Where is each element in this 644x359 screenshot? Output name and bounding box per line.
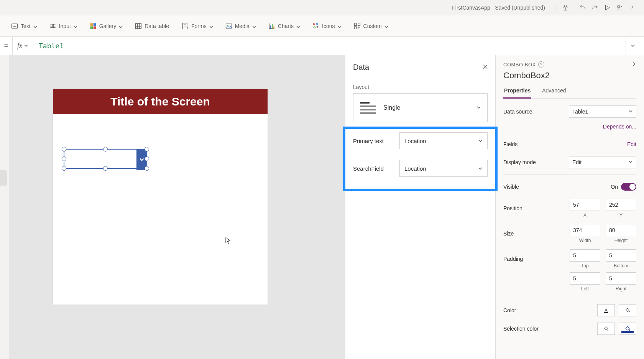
redo-icon[interactable] bbox=[589, 2, 601, 14]
ribbon-icons[interactable]: Icons bbox=[310, 20, 342, 32]
position-y-input[interactable]: 252 bbox=[606, 199, 636, 211]
data-source-select[interactable]: Table1 bbox=[569, 105, 636, 118]
svg-point-13 bbox=[313, 23, 314, 25]
ribbon-gallery[interactable]: Gallery bbox=[88, 20, 124, 32]
icons-icon bbox=[312, 22, 320, 30]
padding-left-value: 5 bbox=[573, 275, 576, 282]
screen: Title of the Screen bbox=[53, 89, 268, 305]
chevron-down-icon bbox=[73, 24, 77, 28]
search-field-label: SearchField bbox=[353, 165, 384, 172]
tab-advanced[interactable]: Advanced bbox=[541, 85, 567, 98]
svg-rect-5 bbox=[94, 26, 96, 29]
share-icon[interactable] bbox=[613, 2, 626, 14]
chevron-down-icon bbox=[33, 24, 37, 28]
font-color-chip[interactable] bbox=[597, 304, 615, 316]
size-label: Size bbox=[503, 231, 570, 237]
display-mode-select[interactable]: Edit bbox=[569, 156, 636, 168]
width-sub: Width bbox=[579, 238, 591, 243]
combobox-control[interactable] bbox=[64, 149, 147, 169]
input-icon bbox=[49, 22, 57, 30]
app-name: FirstCanvasApp - Saved (Unpublished) bbox=[452, 5, 545, 11]
resize-handle[interactable] bbox=[145, 156, 149, 161]
display-mode-value: Edit bbox=[572, 159, 582, 165]
media-icon bbox=[225, 22, 233, 30]
chevron-down-icon bbox=[478, 165, 483, 172]
tab-properties[interactable]: Properties bbox=[503, 85, 531, 99]
resize-handle[interactable] bbox=[62, 166, 66, 171]
chevron-down-icon bbox=[118, 24, 122, 28]
padding-right-input[interactable]: 5 bbox=[606, 272, 636, 285]
height-sub: Height bbox=[614, 238, 628, 243]
chevron-right-icon[interactable] bbox=[632, 62, 636, 68]
selection-fill-color-chip[interactable] bbox=[619, 323, 636, 335]
help-icon[interactable] bbox=[626, 2, 638, 14]
data-panel: Data Layout Single Primary text Location… bbox=[345, 55, 495, 359]
title-bar: FirstCanvasApp - Saved (Unpublished) bbox=[0, 0, 644, 15]
control-type-label: COMBO BOX bbox=[503, 62, 536, 68]
chevron-down-icon bbox=[337, 24, 341, 28]
chevron-down-icon bbox=[478, 138, 483, 144]
layout-label: Layout bbox=[353, 84, 488, 90]
search-field-dropdown[interactable]: Location bbox=[399, 160, 488, 177]
ribbon-text[interactable]: Text bbox=[9, 20, 38, 32]
chevron-down-icon bbox=[628, 159, 633, 165]
padding-bottom-input[interactable]: 5 bbox=[606, 249, 636, 262]
properties-tabs: Properties Advanced bbox=[503, 85, 636, 99]
tree-collapse-handle[interactable] bbox=[0, 170, 7, 186]
svg-rect-3 bbox=[94, 23, 96, 26]
size-height-input[interactable]: 80 bbox=[606, 224, 636, 236]
ribbon-media[interactable]: Media bbox=[223, 20, 257, 32]
play-icon[interactable] bbox=[601, 2, 613, 14]
svg-rect-14 bbox=[316, 23, 317, 25]
position-label: Position bbox=[503, 205, 570, 211]
layout-selector[interactable]: Single bbox=[353, 93, 488, 122]
svg-rect-2 bbox=[90, 23, 93, 26]
ribbon-data-table[interactable]: Data table bbox=[133, 20, 171, 32]
position-x-input[interactable]: 57 bbox=[570, 199, 600, 211]
svg-rect-17 bbox=[354, 26, 356, 29]
position-y-value: 252 bbox=[609, 202, 618, 208]
canvas[interactable]: Title of the Screen bbox=[9, 55, 345, 359]
resize-handle[interactable] bbox=[145, 166, 149, 171]
fields-edit-link[interactable]: Edit bbox=[627, 141, 636, 147]
selection-fill-chip[interactable] bbox=[597, 323, 615, 335]
resize-handle[interactable] bbox=[62, 147, 66, 152]
padding-top-input[interactable]: 5 bbox=[570, 249, 600, 262]
left-gutter bbox=[0, 55, 9, 359]
depends-on-link[interactable]: Depends on... bbox=[603, 124, 636, 130]
right-sub: Right bbox=[616, 286, 626, 291]
padding-left-input[interactable]: 5 bbox=[570, 272, 600, 285]
svg-rect-6 bbox=[136, 23, 141, 28]
undo-icon[interactable] bbox=[577, 2, 589, 14]
fx-dropdown[interactable]: fx bbox=[12, 37, 33, 55]
chevron-down-icon bbox=[628, 109, 633, 115]
ribbon-custom[interactable]: Custom bbox=[352, 20, 389, 32]
primary-text-dropdown[interactable]: Location bbox=[399, 132, 488, 149]
properties-panel: COMBO BOX ? ComboBox2 Properties Advance… bbox=[495, 55, 644, 359]
ribbon-input[interactable]: Input bbox=[48, 20, 79, 32]
data-table-icon bbox=[135, 22, 142, 30]
screen-title: Title of the Screen bbox=[53, 89, 268, 114]
resize-handle[interactable] bbox=[145, 147, 149, 152]
svg-rect-15 bbox=[354, 23, 356, 25]
cursor-icon bbox=[225, 237, 231, 244]
resize-handle[interactable] bbox=[103, 147, 108, 152]
svg-rect-18 bbox=[604, 312, 608, 313]
formula-bar: = fx bbox=[0, 37, 644, 55]
size-width-input[interactable]: 374 bbox=[570, 224, 600, 236]
fill-color-chip[interactable] bbox=[619, 304, 636, 316]
ribbon-charts[interactable]: Charts bbox=[266, 20, 301, 32]
bottom-sub: Bottom bbox=[614, 263, 628, 268]
search-field-row: SearchField Location bbox=[353, 160, 488, 177]
help-tip-icon[interactable]: ? bbox=[538, 61, 544, 68]
resize-handle[interactable] bbox=[62, 156, 66, 161]
close-icon[interactable] bbox=[481, 62, 490, 71]
visible-toggle[interactable]: On bbox=[611, 183, 636, 191]
formula-input[interactable] bbox=[33, 37, 626, 55]
chevron-down-icon bbox=[209, 24, 213, 28]
ribbon-forms[interactable]: Forms bbox=[180, 20, 214, 32]
formula-expand[interactable] bbox=[626, 37, 639, 55]
app-checker-icon[interactable] bbox=[559, 2, 572, 14]
svg-rect-8 bbox=[226, 24, 232, 28]
resize-handle[interactable] bbox=[103, 166, 108, 171]
